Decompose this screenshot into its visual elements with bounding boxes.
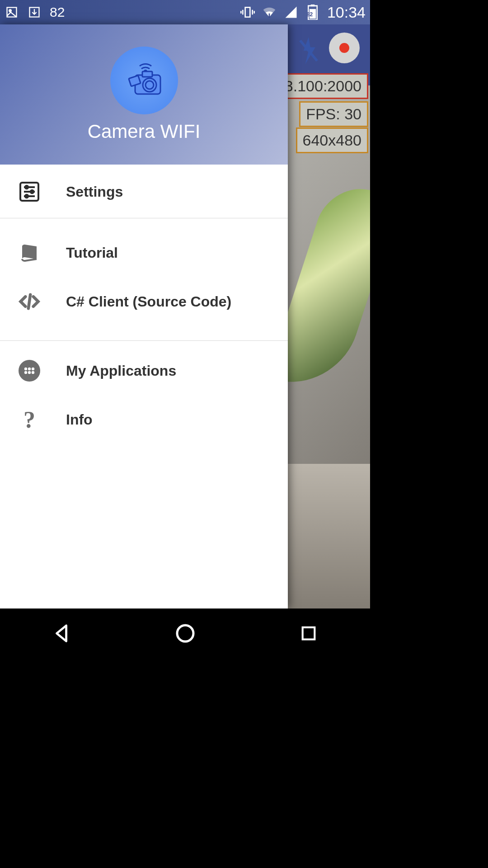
svg-point-29 — [32, 371, 34, 374]
code-icon — [16, 288, 42, 315]
overlay-ip: 3.100:2000 — [278, 73, 368, 99]
battery-icon: 82 — [305, 5, 320, 19]
vibrate-icon — [240, 5, 255, 19]
app-title: Camera WIFI — [88, 121, 201, 142]
sliders-icon — [16, 179, 42, 205]
svg-point-26 — [32, 368, 34, 370]
picture-icon — [5, 5, 19, 19]
apps-icon — [16, 358, 42, 384]
svg-point-27 — [24, 371, 27, 374]
nav-recent-button[interactable] — [293, 618, 324, 649]
svg-rect-31 — [302, 627, 314, 640]
overlay-fps: FPS: 30 — [299, 101, 368, 127]
svg-point-21 — [25, 195, 28, 198]
nav-drawer: Camera WIFI Settings Tutorial C# Client … — [0, 24, 288, 609]
menu-item-csharp-client[interactable]: C# Client (Source Code) — [0, 277, 288, 326]
svg-point-1 — [9, 9, 11, 12]
download-icon — [27, 5, 42, 19]
menu-item-label: Settings — [66, 184, 123, 200]
question-icon: ? — [16, 406, 42, 433]
flash-off-icon[interactable] — [298, 37, 319, 66]
wifi-icon — [262, 5, 277, 19]
svg-point-24 — [24, 368, 27, 370]
menu-item-label: C# Client (Source Code) — [66, 293, 231, 310]
cell-signal-icon — [284, 5, 298, 19]
menu-item-label: Info — [66, 411, 93, 428]
svg-point-30 — [177, 625, 193, 642]
svg-point-17 — [25, 186, 28, 189]
drawer-header: Camera WIFI — [0, 24, 288, 165]
status-temp: 82 — [50, 5, 65, 20]
svg-rect-11 — [142, 71, 152, 77]
menu-item-label: Tutorial — [66, 245, 118, 261]
status-clock: 10:34 — [327, 4, 366, 21]
divider — [0, 340, 288, 341]
menu-item-info[interactable]: ? Info — [0, 395, 288, 444]
svg-line-22 — [28, 295, 30, 308]
app-logo-icon — [110, 47, 178, 114]
svg-point-19 — [31, 190, 33, 193]
nav-home-button[interactable] — [169, 618, 201, 649]
system-nav-bar — [0, 609, 370, 658]
menu-item-my-applications[interactable]: My Applications — [0, 346, 288, 395]
divider — [0, 218, 288, 218]
record-button[interactable] — [329, 33, 360, 63]
menu-item-label: My Applications — [66, 363, 176, 379]
svg-rect-4 — [269, 14, 270, 18]
svg-rect-3 — [245, 7, 250, 17]
menu-item-settings[interactable]: Settings — [0, 167, 288, 216]
svg-rect-6 — [311, 5, 315, 6]
overlay-res: 640x480 — [296, 127, 368, 153]
nav-back-button[interactable] — [46, 618, 78, 649]
book-icon — [16, 240, 42, 266]
svg-point-25 — [28, 368, 31, 370]
svg-point-28 — [28, 371, 31, 374]
svg-point-23 — [19, 360, 40, 382]
status-bar: 82 82 10:34 — [0, 0, 370, 24]
battery-pct-label: 82 — [307, 11, 313, 18]
menu-item-tutorial[interactable]: Tutorial — [0, 228, 288, 277]
